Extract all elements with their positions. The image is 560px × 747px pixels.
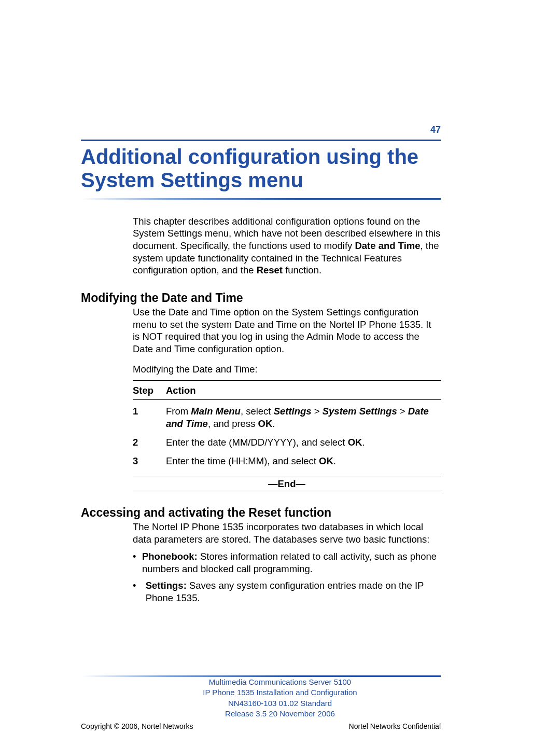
section-body-date-time: Use the Date and Time option on the Syst… — [133, 306, 441, 355]
footer-line: Release 3.5 20 November 2006 — [0, 709, 560, 719]
col-step: Step — [133, 385, 166, 396]
footer-line: Multimedia Communications Server 5100 — [0, 677, 560, 687]
section-body-reset: The Nortel IP Phone 1535 incorporates tw… — [133, 521, 441, 545]
procedure-table: Step Action 1 From Main Menu, select Set… — [133, 380, 441, 471]
rule-top — [81, 140, 441, 141]
procedure-step: 3 Enter the time (HH:MM), and select OK. — [133, 452, 441, 471]
rule-gradient — [81, 198, 441, 200]
section-heading-date-time: Modifying the Date and Time — [81, 291, 441, 305]
intro-paragraph: This chapter describes additional config… — [133, 215, 441, 276]
footer-line: IP Phone 1535 Installation and Configura… — [0, 687, 560, 698]
chapter-title: Additional configuration using the Syste… — [81, 145, 560, 192]
section-heading-reset: Accessing and activating the Reset funct… — [81, 506, 441, 520]
list-item: • Phonebook: Stores information related … — [133, 550, 441, 575]
bullet-list: • Phonebook: Stores information related … — [133, 550, 441, 604]
procedure-lead: Modifying the Date and Time: — [133, 364, 441, 375]
page-number: 47 — [0, 31, 560, 140]
list-item: • Settings: Saves any system configurati… — [133, 579, 441, 604]
page-footer: Multimedia Communications Server 5100 IP… — [0, 661, 560, 730]
procedure-step: 1 From Main Menu, select Settings > Syst… — [133, 402, 441, 433]
col-action: Action — [166, 385, 196, 396]
procedure-step: 2 Enter the date (MM/DD/YYYY), and selec… — [133, 433, 441, 452]
footer-copyright: Copyright © 2006, Nortel Networks — [81, 722, 193, 730]
footer-line: NN43160-103 01.02 Standard — [0, 698, 560, 709]
procedure-end: —End— — [133, 477, 441, 491]
footer-confidential: Nortel Networks Confidential — [349, 722, 441, 730]
